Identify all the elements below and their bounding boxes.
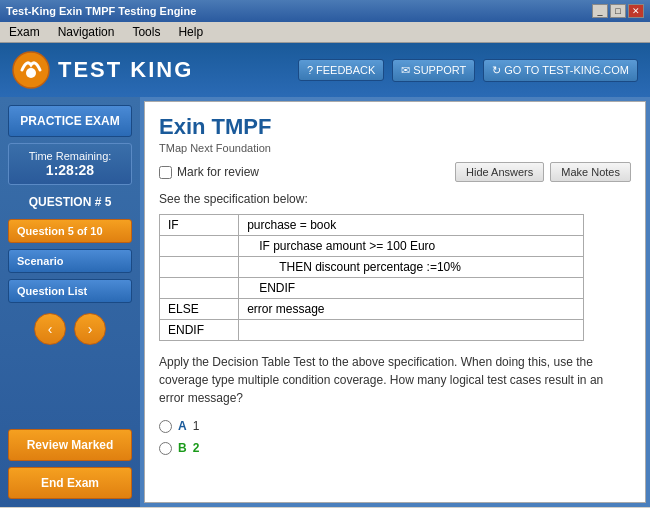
table-row: IF purchase amount >= 100 Euro xyxy=(160,236,584,257)
exam-subtitle: TMap Next Foundation xyxy=(159,142,631,154)
table-row: ENDIF xyxy=(160,320,584,341)
logo-icon xyxy=(12,51,50,89)
question-number: QUESTION # 5 xyxy=(8,191,132,213)
mark-review-label: Mark for review xyxy=(177,165,259,179)
sidebar-bottom: Review Marked End Exam xyxy=(8,429,132,499)
table-row: ELSE error message xyxy=(160,299,584,320)
menu-exam[interactable]: Exam xyxy=(6,24,43,40)
question-body: Apply the Decision Table Test to the abo… xyxy=(159,353,631,407)
menu-navigation[interactable]: Navigation xyxy=(55,24,118,40)
code-cell: ENDIF xyxy=(160,320,239,341)
answer-radio-a[interactable] xyxy=(159,420,172,433)
table-row: THEN discount percentage :=10% xyxy=(160,257,584,278)
table-row: ENDIF xyxy=(160,278,584,299)
code-cell xyxy=(160,257,239,278)
timer-widget: Time Remaining: 1:28:28 xyxy=(8,143,132,185)
answer-label-b: B xyxy=(178,441,187,455)
menubar: Exam Navigation Tools Help xyxy=(0,22,650,43)
app-body: TEST KING ? FEEDBACK ✉ SUPPORT ↻ GO TO T… xyxy=(0,43,650,507)
feedback-icon: ? xyxy=(307,64,313,76)
window-controls: _ □ ✕ xyxy=(592,4,644,18)
answer-radio-b[interactable] xyxy=(159,442,172,455)
code-table: IF purchase = book IF purchase amount >=… xyxy=(159,214,584,341)
answer-value-a: 1 xyxy=(193,419,200,433)
table-row: IF purchase = book xyxy=(160,215,584,236)
practice-exam-button[interactable]: PRACTICE EXAM xyxy=(8,105,132,137)
review-marked-button[interactable]: Review Marked xyxy=(8,429,132,461)
make-notes-button[interactable]: Make Notes xyxy=(550,162,631,182)
logo-area: TEST KING xyxy=(12,51,193,89)
question-intro: See the specification below: xyxy=(159,192,631,206)
timer-label: Time Remaining: xyxy=(15,150,125,162)
sidebar: PRACTICE EXAM Time Remaining: 1:28:28 QU… xyxy=(0,97,140,507)
window-title: Test-King Exin TMPF Testing Engine xyxy=(6,5,196,17)
support-button[interactable]: ✉ SUPPORT xyxy=(392,59,475,82)
prev-button[interactable]: ‹ xyxy=(34,313,66,345)
mark-review-checkbox[interactable] xyxy=(159,166,172,179)
hide-answers-button[interactable]: Hide Answers xyxy=(455,162,544,182)
code-cell: IF xyxy=(160,215,239,236)
main-panel: Exin TMPF TMap Next Foundation Mark for … xyxy=(144,101,646,503)
app-header: TEST KING ? FEEDBACK ✉ SUPPORT ↻ GO TO T… xyxy=(0,43,650,97)
support-icon: ✉ xyxy=(401,64,410,77)
mark-review-buttons: Hide Answers Make Notes xyxy=(455,162,631,182)
goto-label: GO TO TEST-KING.COM xyxy=(504,64,629,76)
minimize-button[interactable]: _ xyxy=(592,4,608,18)
support-label: SUPPORT xyxy=(413,64,466,76)
logo-text: TEST KING xyxy=(58,57,193,83)
mark-review-left: Mark for review xyxy=(159,165,259,179)
goto-icon: ↻ xyxy=(492,64,501,77)
answer-option-a: A 1 xyxy=(159,419,631,433)
menu-tools[interactable]: Tools xyxy=(129,24,163,40)
maximize-button[interactable]: □ xyxy=(610,4,626,18)
code-cell xyxy=(160,278,239,299)
goto-button[interactable]: ↻ GO TO TEST-KING.COM xyxy=(483,59,638,82)
code-cell: THEN discount percentage :=10% xyxy=(239,257,584,278)
feedback-label: FEEDBACK xyxy=(316,64,375,76)
header-buttons: ? FEEDBACK ✉ SUPPORT ↻ GO TO TEST-KING.C… xyxy=(298,59,638,82)
svg-point-1 xyxy=(26,68,36,78)
code-cell: error message xyxy=(239,299,584,320)
menu-help[interactable]: Help xyxy=(175,24,206,40)
nav-questionlist[interactable]: Question List xyxy=(8,279,132,303)
next-button[interactable]: › xyxy=(74,313,106,345)
titlebar: Test-King Exin TMPF Testing Engine _ □ ✕ xyxy=(0,0,650,22)
nav-question5[interactable]: Question 5 of 10 xyxy=(8,219,132,243)
code-cell: ELSE xyxy=(160,299,239,320)
exam-title: Exin TMPF xyxy=(159,114,631,140)
answer-value-b: 2 xyxy=(193,441,200,455)
nav-arrows: ‹ › xyxy=(8,313,132,345)
answer-label-a: A xyxy=(178,419,187,433)
content-wrapper: PRACTICE EXAM Time Remaining: 1:28:28 QU… xyxy=(0,97,650,507)
nav-scenario[interactable]: Scenario xyxy=(8,249,132,273)
timer-value: 1:28:28 xyxy=(15,162,125,178)
code-cell: purchase = book xyxy=(239,215,584,236)
feedback-button[interactable]: ? FEEDBACK xyxy=(298,59,384,81)
mark-review-row: Mark for review Hide Answers Make Notes xyxy=(159,162,631,182)
code-cell: ENDIF xyxy=(239,278,584,299)
code-cell: IF purchase amount >= 100 Euro xyxy=(239,236,584,257)
end-exam-button[interactable]: End Exam xyxy=(8,467,132,499)
code-cell xyxy=(239,320,584,341)
close-button[interactable]: ✕ xyxy=(628,4,644,18)
answer-option-b: B 2 xyxy=(159,441,631,455)
code-cell xyxy=(160,236,239,257)
main-panel-inner: Exin TMPF TMap Next Foundation Mark for … xyxy=(145,102,645,502)
